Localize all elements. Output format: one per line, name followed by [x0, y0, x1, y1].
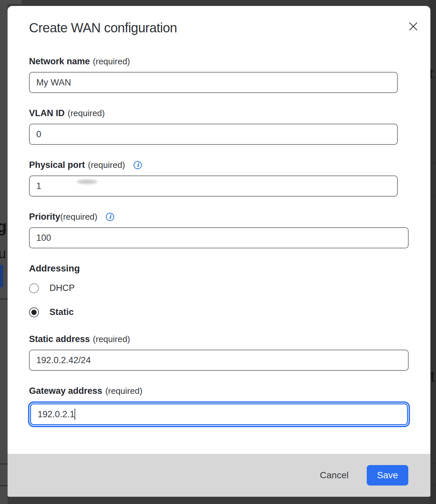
addressing-option-static[interactable]: Static — [29, 307, 430, 317]
field-label-text: Gateway address — [29, 386, 102, 396]
required-hint: (required) — [68, 108, 105, 118]
cancel-button[interactable]: Cancel — [318, 467, 351, 484]
radio-label: DHCP — [49, 283, 75, 293]
background-divider — [430, 196, 436, 197]
radio-label: Static — [49, 307, 74, 317]
background-text-fragment: u — [0, 247, 6, 261]
save-button[interactable]: Save — [367, 465, 408, 486]
radio-selected-icon[interactable] — [29, 307, 39, 317]
close-button[interactable] — [406, 19, 420, 34]
background-text-fragment: g — [0, 218, 7, 235]
static-address-label: Static address (required) — [29, 334, 430, 344]
physical-port-label: Physical port (required) i — [29, 160, 430, 170]
modal-footer: Cancel Save — [8, 454, 430, 497]
background-artifact — [0, 0, 21, 4]
gateway-address-label: Gateway address (required) — [29, 386, 430, 396]
required-hint: (required) — [105, 386, 142, 396]
gateway-address-field — [30, 403, 408, 425]
required-hint: (required) — [60, 211, 98, 222]
gateway-address-input[interactable] — [30, 403, 408, 425]
priority-input[interactable] — [29, 227, 409, 248]
priority-label: Priority (required) i — [29, 211, 430, 222]
required-hint: (required) — [88, 160, 125, 170]
background-divider — [430, 485, 436, 486]
background-divider — [0, 463, 8, 464]
network-name-input[interactable] — [29, 72, 398, 93]
modal-body: Create WAN configuration Network name (r… — [8, 6, 430, 425]
background-button-fragment — [0, 265, 3, 287]
field-label-text: Static address — [29, 334, 90, 344]
radio-unselected-icon[interactable] — [29, 283, 39, 293]
background-divider — [0, 299, 8, 299]
network-name-label: Network name (required) — [29, 56, 430, 67]
static-address-input[interactable] — [29, 350, 409, 371]
addressing-heading: Addressing — [29, 263, 430, 274]
addressing-option-dhcp[interactable]: DHCP — [29, 283, 430, 293]
background-left-strip: g u — [0, 0, 8, 504]
screen: g u t l t Create WAN configuration Netwo… — [0, 0, 436, 504]
background-divider — [0, 485, 8, 486]
vlan-id-input[interactable] — [29, 124, 398, 145]
background-text-fragment: t l — [430, 67, 436, 80]
field-label-text: Priority — [29, 211, 60, 222]
background-divider — [430, 463, 436, 464]
required-hint: (required) — [93, 56, 130, 67]
physical-port-input[interactable] — [29, 175, 398, 197]
background-smudge — [77, 179, 97, 184]
field-label-text: Physical port — [29, 160, 85, 170]
info-icon[interactable]: i — [134, 161, 142, 169]
background-text-fragment: t — [430, 369, 435, 384]
text-cursor — [75, 409, 75, 420]
modal-title: Create WAN configuration — [29, 20, 430, 36]
close-icon — [408, 21, 418, 31]
background-divider — [430, 162, 436, 163]
vlan-id-label: VLAN ID (required) — [29, 108, 430, 118]
required-hint: (required) — [93, 334, 130, 344]
background-right-strip: t l t — [430, 0, 436, 504]
field-label-text: VLAN ID — [29, 108, 65, 118]
create-wan-modal: Create WAN configuration Network name (r… — [8, 6, 430, 497]
info-icon[interactable]: i — [106, 213, 114, 221]
field-label-text: Network name — [29, 56, 90, 67]
